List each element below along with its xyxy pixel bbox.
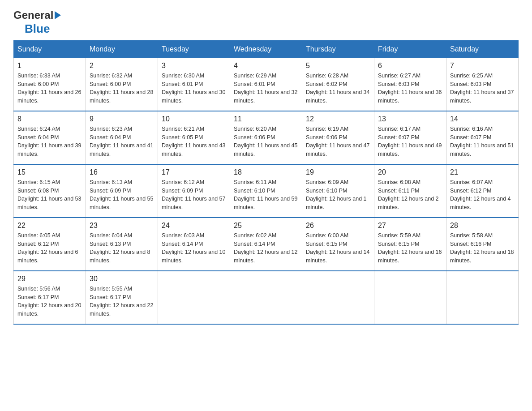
calendar-cell: 3 Sunrise: 6:30 AMSunset: 6:01 PMDayligh… [158,58,230,111]
day-info: Sunrise: 6:27 AMSunset: 6:03 PMDaylight:… [378,73,442,104]
day-info: Sunrise: 6:04 AMSunset: 6:13 PMDaylight:… [90,232,150,264]
calendar-cell [374,271,446,324]
calendar-cell [302,271,374,324]
calendar-cell: 28 Sunrise: 5:58 AMSunset: 6:16 PMDaylig… [446,218,519,271]
calendar-cell: 13 Sunrise: 6:17 AMSunset: 6:07 PMDaylig… [374,111,446,164]
day-number: 18 [234,168,298,176]
day-of-week-header: Tuesday [158,40,230,58]
calendar-body: 1 Sunrise: 6:33 AMSunset: 6:00 PMDayligh… [14,58,519,324]
day-info: Sunrise: 6:02 AMSunset: 6:14 PMDaylight:… [234,232,297,264]
day-number: 1 [17,62,82,70]
calendar-cell: 12 Sunrise: 6:19 AMSunset: 6:06 PMDaylig… [302,111,374,164]
day-number: 25 [234,222,298,230]
day-info: Sunrise: 6:28 AMSunset: 6:02 PMDaylight:… [306,73,369,104]
day-number: 13 [378,115,442,123]
day-info: Sunrise: 6:33 AMSunset: 6:00 PMDaylight:… [17,73,81,104]
day-info: Sunrise: 6:32 AMSunset: 6:00 PMDaylight:… [90,73,153,104]
day-number: 15 [17,168,82,176]
day-number: 19 [306,168,370,176]
calendar-cell: 26 Sunrise: 6:00 AMSunset: 6:15 PMDaylig… [302,218,374,271]
calendar-cell: 7 Sunrise: 6:25 AMSunset: 6:03 PMDayligh… [446,58,519,111]
day-number: 9 [90,115,154,123]
day-number: 11 [234,115,298,123]
day-number: 12 [306,115,370,123]
day-info: Sunrise: 5:55 AMSunset: 6:17 PMDaylight:… [90,286,153,317]
day-number: 17 [162,168,226,176]
day-info: Sunrise: 5:58 AMSunset: 6:16 PMDaylight:… [450,232,514,264]
calendar-cell: 10 Sunrise: 6:21 AMSunset: 6:05 PMDaylig… [158,111,230,164]
day-info: Sunrise: 6:25 AMSunset: 6:03 PMDaylight:… [450,73,514,104]
day-number: 27 [378,222,442,230]
day-info: Sunrise: 6:07 AMSunset: 6:12 PMDaylight:… [450,179,511,210]
day-info: Sunrise: 6:19 AMSunset: 6:06 PMDaylight:… [306,126,369,157]
calendar-cell: 5 Sunrise: 6:28 AMSunset: 6:02 PMDayligh… [302,58,374,111]
day-info: Sunrise: 5:59 AMSunset: 6:15 PMDaylight:… [378,232,442,264]
logo-arrow-icon [55,11,61,19]
calendar-cell [230,271,302,324]
calendar-week-row: 1 Sunrise: 6:33 AMSunset: 6:00 PMDayligh… [14,58,519,111]
calendar-week-row: 29 Sunrise: 5:56 AMSunset: 6:17 PMDaylig… [14,271,519,324]
calendar-cell: 20 Sunrise: 6:08 AMSunset: 6:11 PMDaylig… [374,164,446,218]
day-number: 14 [450,115,515,123]
day-info: Sunrise: 6:09 AMSunset: 6:10 PMDaylight:… [306,179,367,210]
day-of-week-header: Thursday [302,40,374,58]
logo-area: General Blue [13,9,61,36]
day-number: 26 [306,222,370,230]
day-info: Sunrise: 6:05 AMSunset: 6:12 PMDaylight:… [17,232,78,264]
calendar-cell: 14 Sunrise: 6:16 AMSunset: 6:07 PMDaylig… [446,111,519,164]
calendar-cell: 11 Sunrise: 6:20 AMSunset: 6:06 PMDaylig… [230,111,302,164]
day-number: 29 [17,275,82,283]
calendar-cell: 17 Sunrise: 6:12 AMSunset: 6:09 PMDaylig… [158,164,230,218]
calendar-cell: 27 Sunrise: 5:59 AMSunset: 6:15 PMDaylig… [374,218,446,271]
calendar-cell [446,271,519,324]
day-number: 24 [162,222,226,230]
calendar-cell: 21 Sunrise: 6:07 AMSunset: 6:12 PMDaylig… [446,164,519,218]
calendar-cell: 6 Sunrise: 6:27 AMSunset: 6:03 PMDayligh… [374,58,446,111]
day-info: Sunrise: 6:17 AMSunset: 6:07 PMDaylight:… [378,126,442,157]
day-info: Sunrise: 6:23 AMSunset: 6:04 PMDaylight:… [90,126,153,157]
calendar-cell: 24 Sunrise: 6:03 AMSunset: 6:14 PMDaylig… [158,218,230,271]
day-info: Sunrise: 6:15 AMSunset: 6:08 PMDaylight:… [17,179,81,210]
day-number: 10 [162,115,226,123]
day-info: Sunrise: 6:30 AMSunset: 6:01 PMDaylight:… [162,73,225,104]
calendar-cell: 18 Sunrise: 6:11 AMSunset: 6:10 PMDaylig… [230,164,302,218]
day-number: 16 [90,168,154,176]
day-number: 22 [17,222,82,230]
calendar-cell: 19 Sunrise: 6:09 AMSunset: 6:10 PMDaylig… [302,164,374,218]
day-number: 7 [450,62,515,70]
calendar-header: SundayMondayTuesdayWednesdayThursdayFrid… [14,40,519,58]
day-number: 8 [17,115,82,123]
calendar-week-row: 22 Sunrise: 6:05 AMSunset: 6:12 PMDaylig… [14,218,519,271]
day-of-week-header: Saturday [446,40,519,58]
calendar-cell: 1 Sunrise: 6:33 AMSunset: 6:00 PMDayligh… [14,58,86,111]
day-info: Sunrise: 6:03 AMSunset: 6:14 PMDaylight:… [162,232,225,264]
day-info: Sunrise: 6:24 AMSunset: 6:04 PMDaylight:… [17,126,81,157]
day-number: 3 [162,62,226,70]
day-info: Sunrise: 6:29 AMSunset: 6:01 PMDaylight:… [234,73,297,104]
logo-general-text: General [13,9,53,22]
calendar-cell: 30 Sunrise: 5:55 AMSunset: 6:17 PMDaylig… [86,271,158,324]
calendar-table: SundayMondayTuesdayWednesdayThursdayFrid… [13,40,519,325]
day-of-week-header: Friday [374,40,446,58]
day-info: Sunrise: 5:56 AMSunset: 6:17 PMDaylight:… [17,286,81,317]
day-info: Sunrise: 6:13 AMSunset: 6:09 PMDaylight:… [90,179,153,210]
calendar-cell: 22 Sunrise: 6:05 AMSunset: 6:12 PMDaylig… [14,218,86,271]
calendar-cell: 23 Sunrise: 6:04 AMSunset: 6:13 PMDaylig… [86,218,158,271]
calendar-cell: 8 Sunrise: 6:24 AMSunset: 6:04 PMDayligh… [14,111,86,164]
calendar-cell [158,271,230,324]
logo-blue-text: Blue [25,22,50,36]
calendar-cell: 4 Sunrise: 6:29 AMSunset: 6:01 PMDayligh… [230,58,302,111]
calendar-cell: 16 Sunrise: 6:13 AMSunset: 6:09 PMDaylig… [86,164,158,218]
day-info: Sunrise: 6:20 AMSunset: 6:06 PMDaylight:… [234,126,297,157]
day-of-week-header: Wednesday [230,40,302,58]
day-info: Sunrise: 6:08 AMSunset: 6:11 PMDaylight:… [378,179,439,210]
day-number: 23 [90,222,154,230]
calendar-cell: 2 Sunrise: 6:32 AMSunset: 6:00 PMDayligh… [86,58,158,111]
day-number: 2 [90,62,154,70]
day-number: 20 [378,168,442,176]
day-number: 6 [378,62,442,70]
calendar-week-row: 15 Sunrise: 6:15 AMSunset: 6:08 PMDaylig… [14,164,519,218]
day-of-week-header: Monday [86,40,158,58]
calendar-week-row: 8 Sunrise: 6:24 AMSunset: 6:04 PMDayligh… [14,111,519,164]
calendar-cell: 9 Sunrise: 6:23 AMSunset: 6:04 PMDayligh… [86,111,158,164]
